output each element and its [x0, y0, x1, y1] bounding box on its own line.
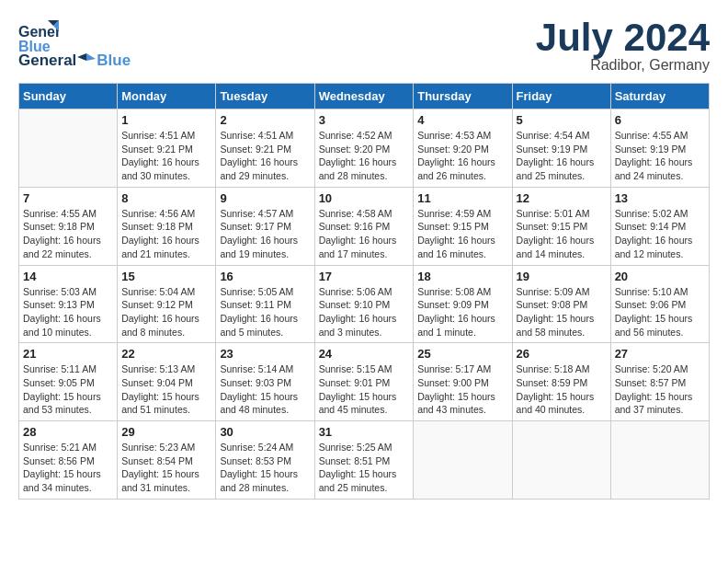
header-monday: Monday	[118, 84, 216, 109]
calendar-cell: 25Sunrise: 5:17 AMSunset: 9:00 PMDayligh…	[414, 343, 512, 421]
logo-blue: Blue	[97, 52, 131, 70]
header-wednesday: Wednesday	[314, 84, 414, 109]
calendar-cell: 19Sunrise: 5:09 AMSunset: 9:08 PMDayligh…	[512, 265, 610, 343]
calendar-table: SundayMondayTuesdayWednesdayThursdayFrid…	[18, 83, 710, 500]
day-info: Sunrise: 5:01 AMSunset: 9:15 PMDaylight:…	[517, 207, 607, 261]
calendar-cell: 8Sunrise: 4:56 AMSunset: 9:18 PMDaylight…	[118, 187, 216, 265]
day-info: Sunrise: 5:14 AMSunset: 9:03 PMDaylight:…	[220, 362, 310, 417]
calendar-cell	[512, 421, 610, 500]
day-info: Sunrise: 5:05 AMSunset: 9:11 PMDaylight:…	[220, 285, 310, 339]
calendar-cell: 20Sunrise: 5:10 AMSunset: 9:06 PMDayligh…	[610, 265, 709, 343]
day-number: 2	[220, 113, 310, 127]
day-number: 24	[319, 347, 410, 361]
title-area: July 2024 Radibor, Germany	[536, 18, 710, 74]
day-number: 4	[417, 113, 507, 127]
calendar-cell	[610, 421, 709, 500]
day-number: 5	[517, 113, 607, 127]
day-info: Sunrise: 5:17 AMSunset: 9:00 PMDaylight:…	[417, 362, 507, 417]
calendar-cell: 2Sunrise: 4:51 AMSunset: 9:21 PMDaylight…	[216, 109, 314, 188]
day-number: 21	[23, 347, 113, 361]
day-info: Sunrise: 5:09 AMSunset: 9:08 PMDaylight:…	[517, 285, 607, 339]
day-info: Sunrise: 5:02 AMSunset: 9:14 PMDaylight:…	[615, 207, 705, 261]
calendar-cell: 28Sunrise: 5:21 AMSunset: 8:56 PMDayligh…	[19, 421, 118, 500]
calendar-cell: 11Sunrise: 4:59 AMSunset: 9:15 PMDayligh…	[414, 187, 512, 265]
header-saturday: Saturday	[610, 84, 709, 109]
calendar-cell: 21Sunrise: 5:11 AMSunset: 9:05 PMDayligh…	[19, 343, 118, 421]
day-info: Sunrise: 4:51 AMSunset: 9:21 PMDaylight:…	[121, 129, 211, 183]
calendar-cell: 27Sunrise: 5:20 AMSunset: 8:57 PMDayligh…	[610, 343, 709, 421]
calendar-cell: 7Sunrise: 4:55 AMSunset: 9:18 PMDaylight…	[19, 187, 118, 265]
day-number: 13	[615, 191, 705, 205]
svg-text:General: General	[18, 24, 59, 40]
day-info: Sunrise: 5:03 AMSunset: 9:13 PMDaylight:…	[23, 285, 113, 339]
day-info: Sunrise: 5:11 AMSunset: 9:05 PMDaylight:…	[23, 362, 113, 417]
day-info: Sunrise: 5:21 AMSunset: 8:56 PMDaylight:…	[23, 441, 113, 495]
day-info: Sunrise: 4:54 AMSunset: 9:19 PMDaylight:…	[517, 129, 607, 183]
day-number: 8	[121, 191, 211, 205]
calendar-cell: 1Sunrise: 4:51 AMSunset: 9:21 PMDaylight…	[118, 109, 216, 188]
day-info: Sunrise: 5:23 AMSunset: 8:54 PMDaylight:…	[121, 441, 211, 495]
day-info: Sunrise: 5:25 AMSunset: 8:51 PMDaylight:…	[319, 441, 410, 495]
calendar-cell: 9Sunrise: 4:57 AMSunset: 9:17 PMDaylight…	[216, 187, 314, 265]
day-number: 20	[615, 270, 705, 283]
calendar-cell	[414, 421, 512, 500]
calendar-cell: 29Sunrise: 5:23 AMSunset: 8:54 PMDayligh…	[118, 421, 216, 500]
day-info: Sunrise: 4:59 AMSunset: 9:15 PMDaylight:…	[417, 207, 507, 261]
calendar-header-row: SundayMondayTuesdayWednesdayThursdayFrid…	[19, 84, 710, 109]
week-row-5: 28Sunrise: 5:21 AMSunset: 8:56 PMDayligh…	[19, 421, 710, 500]
calendar-cell: 4Sunrise: 4:53 AMSunset: 9:20 PMDaylight…	[414, 109, 512, 188]
header-tuesday: Tuesday	[216, 84, 314, 109]
day-info: Sunrise: 4:51 AMSunset: 9:21 PMDaylight:…	[220, 129, 310, 183]
calendar-cell: 17Sunrise: 5:06 AMSunset: 9:10 PMDayligh…	[314, 265, 414, 343]
calendar-cell: 14Sunrise: 5:03 AMSunset: 9:13 PMDayligh…	[19, 265, 118, 343]
calendar-cell: 3Sunrise: 4:52 AMSunset: 9:20 PMDaylight…	[314, 109, 414, 188]
day-number: 28	[23, 425, 113, 439]
day-info: Sunrise: 4:56 AMSunset: 9:18 PMDaylight:…	[121, 207, 211, 261]
logo: General Blue General Blue	[18, 18, 131, 70]
header-friday: Friday	[512, 84, 610, 109]
calendar-cell: 13Sunrise: 5:02 AMSunset: 9:14 PMDayligh…	[610, 187, 709, 265]
day-info: Sunrise: 5:18 AMSunset: 8:59 PMDaylight:…	[517, 362, 607, 417]
day-number: 3	[319, 113, 410, 127]
calendar-cell: 31Sunrise: 5:25 AMSunset: 8:51 PMDayligh…	[314, 421, 414, 500]
day-number: 16	[220, 270, 310, 283]
day-info: Sunrise: 5:08 AMSunset: 9:09 PMDaylight:…	[417, 285, 507, 339]
day-number: 14	[23, 270, 113, 283]
week-row-1: 1Sunrise: 4:51 AMSunset: 9:21 PMDaylight…	[19, 109, 710, 188]
day-info: Sunrise: 4:58 AMSunset: 9:16 PMDaylight:…	[319, 207, 410, 261]
day-number: 1	[121, 113, 211, 127]
calendar-cell: 12Sunrise: 5:01 AMSunset: 9:15 PMDayligh…	[512, 187, 610, 265]
day-number: 23	[220, 347, 310, 361]
day-number: 15	[121, 270, 211, 283]
day-number: 12	[517, 191, 607, 205]
calendar-cell: 5Sunrise: 4:54 AMSunset: 9:19 PMDaylight…	[512, 109, 610, 188]
day-info: Sunrise: 5:10 AMSunset: 9:06 PMDaylight:…	[615, 285, 705, 339]
svg-marker-5	[77, 53, 86, 61]
calendar-cell: 6Sunrise: 4:55 AMSunset: 9:19 PMDaylight…	[610, 109, 709, 188]
day-number: 11	[417, 191, 507, 205]
day-number: 22	[121, 347, 211, 361]
day-number: 17	[319, 270, 410, 283]
page-header: General Blue General Blue July 2024 Radi…	[18, 18, 710, 74]
day-info: Sunrise: 5:15 AMSunset: 9:01 PMDaylight:…	[319, 362, 410, 417]
calendar-cell: 22Sunrise: 5:13 AMSunset: 9:04 PMDayligh…	[118, 343, 216, 421]
calendar-cell: 23Sunrise: 5:14 AMSunset: 9:03 PMDayligh…	[216, 343, 314, 421]
day-number: 10	[319, 191, 410, 205]
calendar-cell: 24Sunrise: 5:15 AMSunset: 9:01 PMDayligh…	[314, 343, 414, 421]
day-info: Sunrise: 5:04 AMSunset: 9:12 PMDaylight:…	[121, 285, 211, 339]
day-info: Sunrise: 4:57 AMSunset: 9:17 PMDaylight:…	[220, 207, 310, 261]
day-info: Sunrise: 5:20 AMSunset: 8:57 PMDaylight:…	[615, 362, 705, 417]
day-number: 6	[615, 113, 705, 127]
calendar-cell: 15Sunrise: 5:04 AMSunset: 9:12 PMDayligh…	[118, 265, 216, 343]
day-info: Sunrise: 4:52 AMSunset: 9:20 PMDaylight:…	[319, 129, 410, 183]
week-row-2: 7Sunrise: 4:55 AMSunset: 9:18 PMDaylight…	[19, 187, 710, 265]
day-number: 27	[615, 347, 705, 361]
day-number: 18	[417, 270, 507, 283]
day-number: 29	[121, 425, 211, 439]
calendar-cell: 10Sunrise: 4:58 AMSunset: 9:16 PMDayligh…	[314, 187, 414, 265]
logo-general: General	[18, 52, 76, 70]
header-sunday: Sunday	[19, 84, 118, 109]
month-title: July 2024	[536, 18, 710, 57]
day-info: Sunrise: 5:13 AMSunset: 9:04 PMDaylight:…	[121, 362, 211, 417]
day-number: 25	[417, 347, 507, 361]
